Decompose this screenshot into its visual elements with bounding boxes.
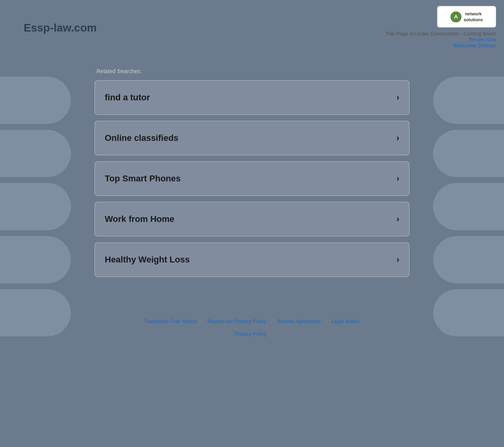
decorative-pill-right-2 xyxy=(433,130,504,177)
network-solutions-logo: network solutions xyxy=(437,6,496,28)
search-item[interactable]: Healthy Weight Loss › xyxy=(94,242,410,277)
footer-link[interactable]: Review our Privacy Policy xyxy=(203,318,271,324)
footer-link[interactable]: Legal Notice xyxy=(326,318,364,324)
footer-link[interactable]: Trademark Free Notice xyxy=(139,318,201,324)
search-item[interactable]: Top Smart Phones › xyxy=(94,161,410,196)
privacy-policy-link[interactable]: Privacy Policy xyxy=(235,331,267,337)
backorder-domain-link[interactable]: Backorder Domain xyxy=(454,42,496,48)
chevron-right-icon: › xyxy=(397,133,399,143)
footer-link[interactable]: Service Agreement xyxy=(272,318,325,324)
footer-pipe: | xyxy=(268,331,269,337)
decorative-pill-left-2 xyxy=(0,130,71,177)
footer-privacy-row: Privacy Policy | xyxy=(8,330,496,337)
search-item-label: Work from Home xyxy=(105,214,174,224)
site-title: Essp-law.com xyxy=(24,22,97,34)
decorative-pill-left-1 xyxy=(0,77,71,124)
ns-logo-text: network solutions xyxy=(464,11,483,22)
chevron-right-icon: › xyxy=(397,214,399,224)
search-item[interactable]: Online classifieds › xyxy=(94,121,410,155)
svg-point-0 xyxy=(452,13,460,20)
search-item-label: Online classifieds xyxy=(105,133,178,143)
footer: Trademark Free Notice|Review our Privacy… xyxy=(0,307,504,345)
search-item-label: Healthy Weight Loss xyxy=(105,255,190,265)
decorative-pill-left-4 xyxy=(0,236,71,283)
search-item[interactable]: find a tutor › xyxy=(94,80,410,115)
search-item-label: find a tutor xyxy=(105,92,150,103)
ns-logo-inner: network solutions xyxy=(450,11,483,22)
renew-now-link[interactable]: Renew Now xyxy=(469,37,496,42)
main-content: Related Searches: find a tutor › Online … xyxy=(87,52,417,307)
decorative-pill-right-4 xyxy=(433,236,504,283)
related-searches-label: Related Searches: xyxy=(94,68,410,74)
search-item-label: Top Smart Phones xyxy=(105,174,181,184)
under-construction-text: This Page Is Under Construction - Coming… xyxy=(385,31,496,37)
site-title-container: Essp-law.com xyxy=(24,6,97,34)
ns-logo-icon xyxy=(450,11,461,22)
search-item[interactable]: Work from Home › xyxy=(94,202,410,236)
chevron-right-icon: › xyxy=(397,174,399,184)
search-items-list: find a tutor › Online classifieds › Top … xyxy=(94,80,410,277)
chevron-right-icon: › xyxy=(397,92,399,103)
decorative-pill-right-3 xyxy=(433,183,504,230)
header-right: network solutions This Page Is Under Con… xyxy=(385,6,496,48)
footer-links: Trademark Free Notice|Review our Privacy… xyxy=(8,318,496,324)
decorative-pill-left-3 xyxy=(0,183,71,230)
header: Essp-law.com network solutions This Page… xyxy=(0,0,504,52)
chevron-right-icon: › xyxy=(397,255,399,265)
decorative-pill-right-1 xyxy=(433,77,504,124)
